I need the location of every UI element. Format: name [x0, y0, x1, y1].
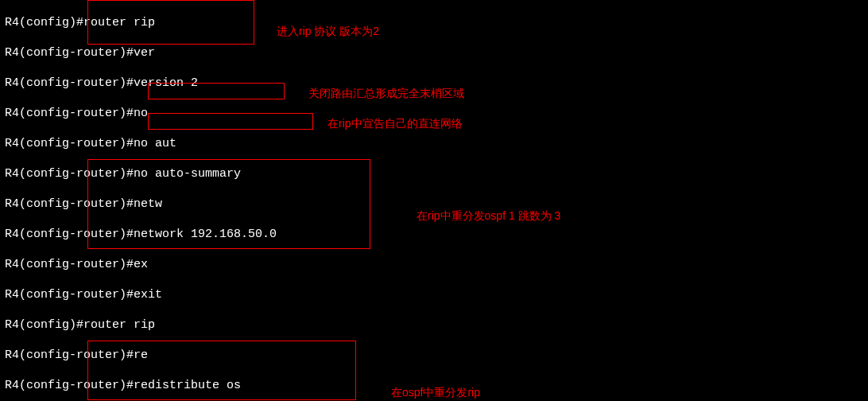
terminal-line: R4(config-router)#no — [5, 106, 334, 121]
terminal-line: R4(config-router)#no aut — [5, 136, 334, 151]
terminal-line: R4(config-router)#netw — [5, 197, 334, 212]
terminal-line: R4(config-router)#redistribute os — [5, 378, 334, 393]
annotation-rip-version: 进入rip 协议 版本为2 — [277, 24, 379, 39]
terminal-line: R4(config-router)#ex — [5, 257, 334, 272]
annotation-redistribute-rip: 在ospf中重分发rip — [391, 385, 480, 400]
terminal-line: R4(config-router)#network 192.168.50.0 — [5, 227, 334, 242]
terminal-line: R4(config-router)#re — [5, 348, 334, 363]
terminal-line: R4(config)#router rip — [5, 317, 334, 333]
terminal-line: R4(config-router)#no auto-summary — [5, 166, 334, 181]
annotation-redistribute-ospf: 在rip中重分发ospf 1 跳数为 3 — [417, 208, 560, 224]
terminal-line: R4(config-router)#ver — [5, 45, 334, 60]
terminal-line: R4(config-router)#version 2 — [5, 76, 334, 91]
annotation-no-auto-summary: 关闭路由汇总形成完全末梢区域 — [308, 86, 464, 101]
terminal-output: R4(config)#router rip R4(config-router)#… — [5, 0, 334, 401]
terminal-line: R4(config-router)#exit — [5, 287, 334, 302]
annotation-network: 在rip中宣告自己的直连网络 — [327, 116, 463, 131]
